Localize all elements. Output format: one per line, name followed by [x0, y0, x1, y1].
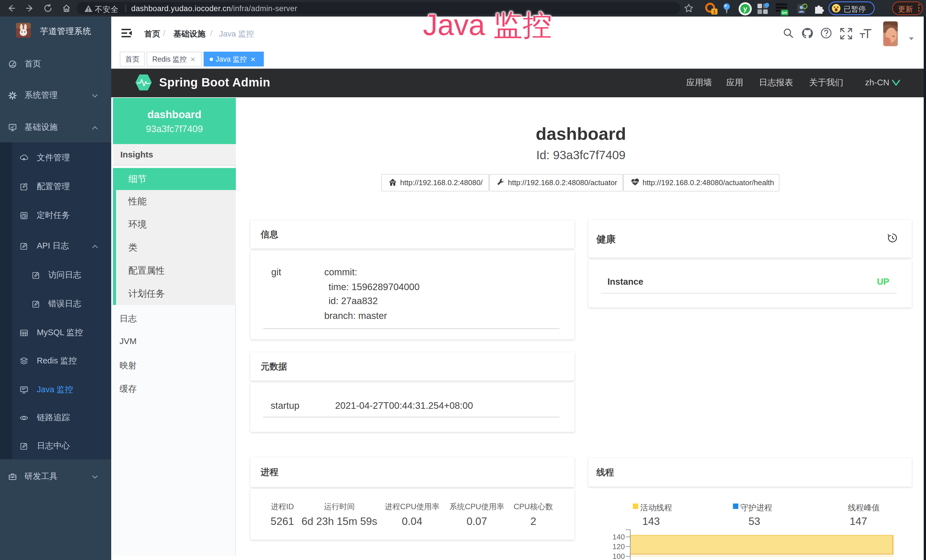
- svg-text:y: y: [743, 5, 747, 12]
- svg-text:on: on: [782, 10, 787, 15]
- svg-text:1: 1: [713, 9, 716, 15]
